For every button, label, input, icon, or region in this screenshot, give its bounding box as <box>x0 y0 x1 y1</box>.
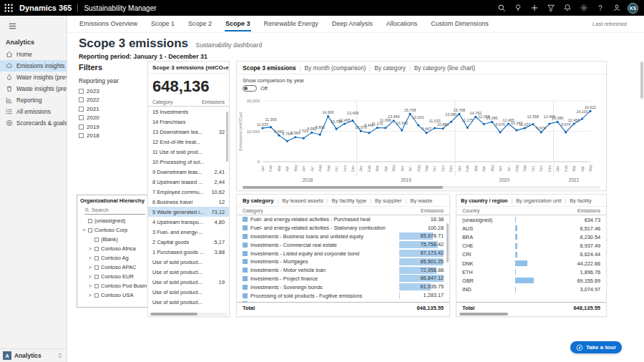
tree-node-contoso-africa[interactable]: >Contoso Africa <box>80 244 147 253</box>
category-row[interactable]: Investments - Listed equity and corporat… <box>237 249 449 258</box>
emissions-line-chart[interactable]: 010,00020,000Emissions (mtCO₂e)201820192… <box>237 92 606 183</box>
brand-title[interactable]: Dynamics 365 <box>19 4 72 12</box>
card-tab-by-facility[interactable]: By facility <box>570 197 591 204</box>
caret-icon[interactable]: > <box>88 265 92 270</box>
tab-emissions-overview[interactable]: Emissions Overview <box>79 16 138 31</box>
chart-hscroll-track[interactable] <box>243 186 600 189</box>
add-icon[interactable] <box>526 0 542 16</box>
card-tab-by-waste[interactable]: By waste <box>410 197 432 204</box>
summary-row[interactable]: Use of sold product... <box>148 297 229 307</box>
category-row[interactable]: Processing of sold products - <box>237 300 449 302</box>
summary-row[interactable]: 4 Upstream transpo...4,80 <box>148 217 229 227</box>
year-filter-2022[interactable]: 2022 <box>79 96 145 105</box>
tab-scope-3[interactable]: Scope 3 <box>225 16 251 31</box>
summary-row[interactable]: 3 Fuel- and energy-... <box>148 227 229 237</box>
country-row[interactable]: GBR69,155.69 <box>457 276 606 285</box>
checkbox[interactable] <box>79 107 84 112</box>
card-tab-by-category[interactable]: By category <box>243 197 273 204</box>
page-vertical-scrollbar[interactable] <box>640 62 643 99</box>
checkbox[interactable] <box>88 219 92 223</box>
tree-node-contoso-usa[interactable]: >Contoso USA <box>80 290 147 300</box>
summary-row[interactable]: 12 End-of-life treat... <box>148 137 229 147</box>
caret-icon[interactable]: > <box>88 293 92 298</box>
checkbox[interactable] <box>79 124 84 129</box>
org-search-input[interactable] <box>92 207 142 213</box>
sidebar-item-emissions-insights[interactable]: Emissions insights <box>0 60 67 72</box>
summary-row[interactable]: 10 Processing of sol... <box>148 157 229 167</box>
tree-node-contoso-ag[interactable]: >Contoso Ag <box>80 253 147 263</box>
tab-deep-analysis[interactable]: Deep Analysis <box>331 16 374 31</box>
category-row[interactable]: Investments - Motor vehicle loan72,958.8… <box>237 266 449 275</box>
caret-icon[interactable]: > <box>88 255 92 260</box>
year-filter-2023[interactable]: 2023 <box>79 87 145 96</box>
org-search-box[interactable] <box>84 206 145 215</box>
sidebar-item-home[interactable]: Home <box>0 49 67 60</box>
year-filter-2018[interactable]: 2018 <box>79 132 145 141</box>
tab-scope-2[interactable]: Scope 2 <box>187 16 213 31</box>
filter-icon[interactable] <box>542 0 559 16</box>
gear-icon[interactable] <box>575 0 592 16</box>
country-row[interactable]: (unassigned)634.73 <box>457 215 606 224</box>
caret-icon[interactable]: > <box>88 283 92 288</box>
country-row[interactable]: IND3,074.97 <box>457 285 606 294</box>
category-row[interactable]: Investments - Mortgages85,501.25 <box>237 258 449 266</box>
summary-row[interactable]: 1 Purchased goods ...3,88 <box>148 247 229 257</box>
country-row[interactable]: ETH1,896.76 <box>457 268 606 276</box>
checkbox[interactable] <box>94 238 99 242</box>
summary-row[interactable]: 15 Investments <box>148 107 229 117</box>
lightbulb-icon[interactable] <box>509 0 526 16</box>
area-switcher[interactable]: A Analytics <box>0 348 67 362</box>
checkbox[interactable] <box>88 228 92 233</box>
summary-row[interactable]: 11 Use of sold prod... <box>148 147 229 157</box>
card-tab-by-category[interactable]: By category <box>374 64 406 72</box>
comparison-toggle[interactable] <box>243 85 257 92</box>
caret-icon[interactable]: > <box>82 228 87 233</box>
checkbox[interactable] <box>79 89 84 94</box>
tree-node-unassigned[interactable]: (unassigned) <box>80 216 147 225</box>
summary-row[interactable]: 2 Capital goods5,17 <box>148 237 229 247</box>
checkbox[interactable] <box>94 247 99 251</box>
tab-allocations[interactable]: Allocations <box>386 16 419 31</box>
waffle-menu-icon[interactable] <box>0 0 16 16</box>
checkbox[interactable] <box>79 115 84 120</box>
tree-node-contoso-pod-business[interactable]: >Contoso Pod Business <box>80 281 147 290</box>
country-row[interactable]: CRI6,624.44 <box>457 250 606 259</box>
card-tab-by-organization-unit[interactable]: By organization unit <box>516 197 561 204</box>
summary-row[interactable]: 7 Employee commu...10,62 <box>148 187 229 197</box>
year-filter-2021[interactable]: 2021 <box>79 104 145 114</box>
person-icon[interactable] <box>608 0 625 16</box>
category-row[interactable]: Processing of sold products - Fugitive e… <box>237 291 449 300</box>
tree-node-contoso-corp[interactable]: >Contoso Corp <box>80 225 147 235</box>
summary-row[interactable]: Use of sold product... <box>148 257 229 267</box>
summary-row[interactable]: Use of sold product... <box>148 267 229 277</box>
summary-row[interactable]: 8 Upstream leased ...2,44 <box>148 177 229 187</box>
card-tab-by-leased-assets[interactable]: By leased assets <box>282 197 323 204</box>
category-row[interactable]: Fuel- and energy-related activities - Pu… <box>237 215 449 224</box>
sidebar-item-reporting[interactable]: Reporting <box>0 94 67 106</box>
card-tab-by-supplier[interactable]: By supplier <box>375 197 402 204</box>
card-tab-by-month-comparison[interactable]: By month (comparison) <box>305 64 366 72</box>
category-row[interactable]: Investments - Project finance86,847.12 <box>237 275 449 283</box>
summary-row[interactable]: Use of sold product...19 <box>148 277 229 287</box>
summary-row[interactable]: 13 Downstream lea...32 <box>148 127 229 137</box>
summary-row[interactable]: Use of sold product... <box>148 287 229 297</box>
checkbox[interactable] <box>94 256 99 260</box>
checkbox[interactable] <box>94 265 99 270</box>
country-row[interactable]: BRA8,230.54 <box>457 233 606 241</box>
sidebar-item-all-emissions[interactable]: All emissions <box>0 106 67 117</box>
sidebar-item-scorecards-goals[interactable]: Scorecards & goals <box>0 117 67 129</box>
notifications-bell-icon[interactable] <box>559 0 575 16</box>
caret-icon[interactable]: > <box>88 274 92 279</box>
sidebar-item-waste-insights-previ[interactable]: Waste insights (previ... <box>0 83 67 94</box>
tab-custom-dimensions[interactable]: Custom Dimensions <box>430 16 489 31</box>
card-tab-by-country-region[interactable]: By country / region <box>461 197 508 204</box>
category-vertical-scrollbar[interactable] <box>447 223 449 263</box>
user-avatar[interactable]: KS <box>628 3 638 14</box>
checkbox[interactable] <box>79 133 84 138</box>
caret-icon[interactable]: > <box>88 246 92 251</box>
sidebar-item-water-insights-previ[interactable]: Water insights (previ... <box>0 72 67 83</box>
summary-row[interactable]: 14 Franchises <box>148 117 229 127</box>
country-row[interactable]: CHE8,937.49 <box>457 242 606 250</box>
category-row[interactable]: Fuel- and energy-related activities - St… <box>237 224 449 233</box>
checkbox[interactable] <box>94 293 99 298</box>
